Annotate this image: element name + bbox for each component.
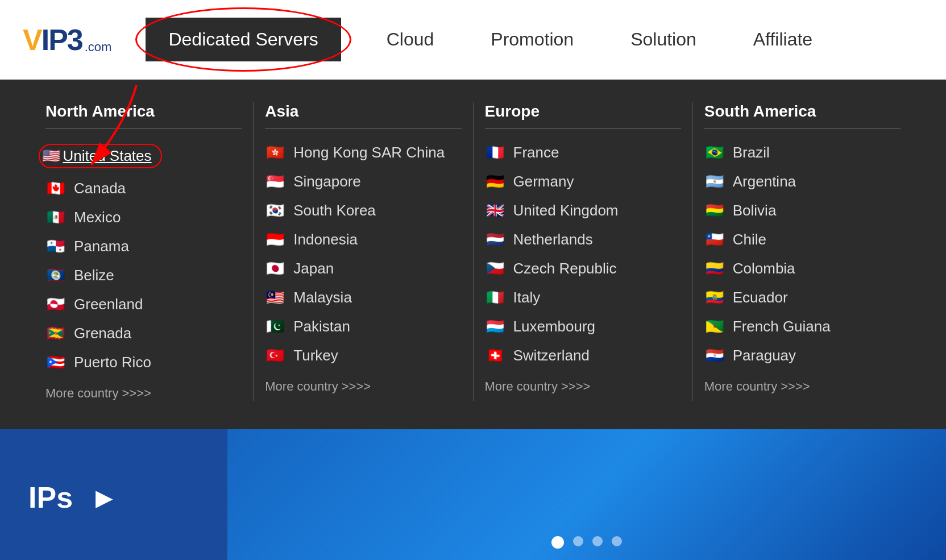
country-name-3-0: Brazil (733, 144, 770, 161)
country-flag-2-2: 🇬🇧 (485, 202, 505, 219)
country-item-1-0[interactable]: 🇭🇰Hong Kong SAR China (265, 138, 461, 167)
country-item-1-6[interactable]: 🇵🇰Pakistan (265, 312, 461, 341)
slider-area (227, 429, 946, 560)
slider-dot-3[interactable] (612, 536, 622, 546)
country-flag-3-2: 🇧🇴 (704, 202, 725, 219)
country-flag-0-2: 🇲🇽 (45, 209, 66, 226)
country-flag-3-4: 🇨🇴 (704, 260, 725, 277)
country-name-0-6: Grenada (74, 325, 131, 342)
country-item-3-7[interactable]: 🇵🇾Paraguay (704, 341, 901, 370)
country-item-0-3[interactable]: 🇵🇦Panama (45, 232, 242, 261)
slider-dot-1[interactable] (573, 536, 583, 546)
dropdown-col-2: Europe🇫🇷France🇩🇪Germany🇬🇧United Kingdom🇳… (474, 102, 693, 401)
country-item-2-5[interactable]: 🇮🇹Italy (485, 283, 681, 312)
country-item-2-0[interactable]: 🇫🇷France (485, 138, 681, 167)
main-nav: Dedicated Servers Cloud Promotion Soluti… (146, 18, 923, 61)
country-item-0-2[interactable]: 🇲🇽Mexico (45, 203, 242, 232)
country-item-2-2[interactable]: 🇬🇧United Kingdom (485, 196, 681, 225)
nav-promotion[interactable]: Promotion (479, 23, 585, 56)
country-name-2-2: United Kingdom (513, 202, 619, 219)
more-country-0[interactable]: More country >>>> (45, 386, 242, 401)
country-name-3-6: French Guiana (733, 318, 831, 335)
country-item-3-5[interactable]: 🇪🇨Ecuador (704, 283, 901, 312)
col-title-1: Asia (265, 102, 461, 129)
country-name-3-7: Paraguay (733, 347, 796, 364)
country-item-1-1[interactable]: 🇸🇬Singapore (265, 167, 461, 196)
logo[interactable]: VIP3 .com (23, 25, 111, 55)
country-flag-1-7: 🇹🇷 (265, 347, 285, 364)
more-country-1[interactable]: More country >>>> (265, 379, 461, 394)
nav-dedicated-servers[interactable]: Dedicated Servers (146, 18, 341, 61)
country-flag-1-0: 🇭🇰 (265, 144, 285, 161)
country-item-2-3[interactable]: 🇳🇱Netherlands (485, 225, 681, 254)
country-flag-3-3: 🇨🇱 (704, 231, 725, 248)
country-item-3-2[interactable]: 🇧🇴Bolivia (704, 196, 901, 225)
ips-label: IPs (28, 480, 73, 515)
country-name-2-7: Switzerland (513, 347, 590, 364)
country-flag-0-7: 🇵🇷 (45, 354, 66, 371)
nav-affiliate[interactable]: Affiliate (742, 23, 824, 56)
country-item-2-7[interactable]: 🇨🇭Switzerland (485, 341, 681, 370)
more-country-3[interactable]: More country >>>> (704, 379, 901, 394)
country-item-1-7[interactable]: 🇹🇷Turkey (265, 341, 461, 370)
country-name-0-2: Mexico (74, 209, 121, 226)
more-country-2[interactable]: More country >>>> (485, 379, 681, 394)
country-name-3-3: Chile (733, 231, 766, 248)
country-flag-0-6: 🇬🇩 (45, 325, 66, 342)
logo-p3: IP3 (42, 23, 82, 56)
country-flag-2-5: 🇮🇹 (485, 289, 505, 306)
country-item-0-7[interactable]: 🇵🇷Puerto Rico (45, 348, 242, 377)
country-flag-3-5: 🇪🇨 (704, 289, 725, 306)
country-item-2-1[interactable]: 🇩🇪Germany (485, 167, 681, 196)
country-name-1-2: South Korea (293, 202, 376, 219)
country-flag-2-7: 🇨🇭 (485, 347, 505, 364)
country-item-0-6[interactable]: 🇬🇩Grenada (45, 319, 242, 348)
country-item-1-3[interactable]: 🇮🇩Indonesia (265, 225, 461, 254)
country-flag-0-3: 🇵🇦 (45, 238, 66, 255)
country-item-3-6[interactable]: 🇬🇫French Guiana (704, 312, 901, 341)
country-flag-0-4: 🇧🇿 (45, 267, 66, 284)
country-flag-1-5: 🇲🇾 (265, 289, 285, 306)
country-flag-3-7: 🇵🇾 (704, 347, 725, 364)
country-name-3-4: Colombia (733, 260, 795, 277)
country-item-3-3[interactable]: 🇨🇱Chile (704, 225, 901, 254)
dropdown-col-3: South America🇧🇷Brazil🇦🇷Argentina🇧🇴Bolivi… (693, 102, 912, 401)
country-name-0-3: Panama (74, 238, 129, 255)
country-flag-2-1: 🇩🇪 (485, 173, 505, 190)
country-flag-3-0: 🇧🇷 (704, 144, 725, 161)
country-flag-1-1: 🇸🇬 (265, 173, 285, 190)
slider-dot-0[interactable] (551, 536, 564, 549)
bottom-area: IPs ▶ (0, 429, 946, 560)
slider-dot-2[interactable] (592, 536, 603, 546)
country-name-0-5: Greenland (74, 296, 143, 313)
country-name-1-6: Pakistan (293, 318, 350, 335)
country-name-0-4: Belize (74, 267, 114, 284)
country-name-3-2: Bolivia (733, 202, 777, 219)
country-name-2-5: Italy (513, 289, 541, 306)
country-name-3-5: Ecuador (733, 289, 788, 306)
country-item-2-4[interactable]: 🇨🇿Czech Republic (485, 254, 681, 283)
ips-panel[interactable]: IPs ▶ (0, 429, 227, 560)
logo-domain: .com (85, 40, 112, 55)
country-name-1-4: Japan (293, 260, 334, 277)
country-name-1-1: Singapore (293, 173, 361, 190)
nav-cloud[interactable]: Cloud (375, 23, 446, 56)
country-name-3-1: Argentina (733, 173, 796, 190)
country-name-2-4: Czech Republic (513, 260, 617, 277)
header: VIP3 .com Dedicated Servers Cloud Promot… (0, 0, 946, 80)
country-item-0-5[interactable]: 🇬🇱Greenland (45, 290, 242, 319)
country-item-0-4[interactable]: 🇧🇿Belize (45, 261, 242, 290)
country-item-3-1[interactable]: 🇦🇷Argentina (704, 167, 901, 196)
country-name-2-6: Luxembourg (513, 318, 596, 335)
country-item-3-4[interactable]: 🇨🇴Colombia (704, 254, 901, 283)
country-flag-2-6: 🇱🇺 (485, 318, 505, 335)
country-flag-2-4: 🇨🇿 (485, 260, 505, 277)
country-flag-0-1: 🇨🇦 (45, 180, 66, 197)
country-item-1-2[interactable]: 🇰🇷South Korea (265, 196, 461, 225)
country-item-1-5[interactable]: 🇲🇾Malaysia (265, 283, 461, 312)
nav-solution[interactable]: Solution (619, 23, 708, 56)
country-item-2-6[interactable]: 🇱🇺Luxembourg (485, 312, 681, 341)
country-flag-1-4: 🇯🇵 (265, 260, 285, 277)
country-item-3-0[interactable]: 🇧🇷Brazil (704, 138, 901, 167)
country-item-1-4[interactable]: 🇯🇵Japan (265, 254, 461, 283)
